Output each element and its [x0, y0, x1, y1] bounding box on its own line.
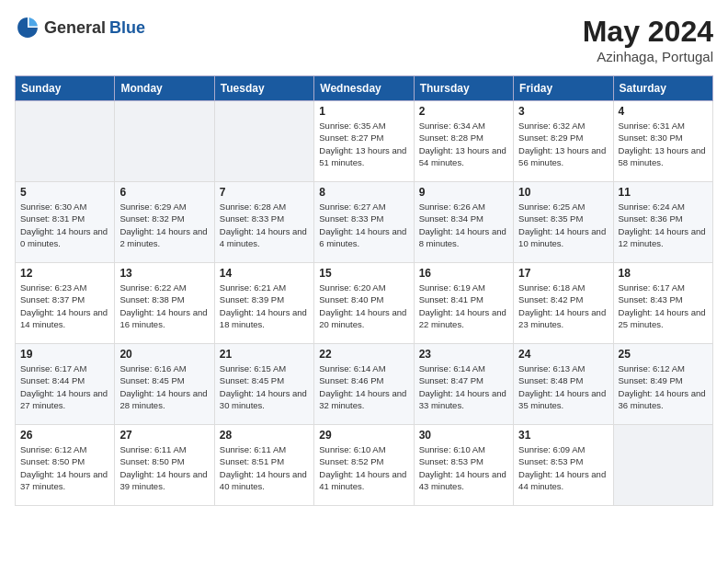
day-number: 15	[319, 267, 408, 280]
calendar-table: SundayMondayTuesdayWednesdayThursdayFrid…	[15, 75, 713, 506]
calendar-cell: 1Sunrise: 6:35 AMSunset: 8:27 PMDaylight…	[314, 101, 414, 182]
daylight-text: Daylight: 14 hours and 20 minutes.	[319, 307, 406, 329]
calendar-cell: 4Sunrise: 6:31 AMSunset: 8:30 PMDaylight…	[613, 101, 712, 182]
cell-content: Sunrise: 6:12 AMSunset: 8:49 PMDaylight:…	[619, 362, 708, 411]
day-number: 24	[518, 348, 608, 361]
week-row-1: 1Sunrise: 6:35 AMSunset: 8:27 PMDaylight…	[16, 101, 713, 182]
sunset-text: Sunset: 8:39 PM	[220, 294, 284, 304]
day-number: 10	[518, 186, 608, 199]
header-row: SundayMondayTuesdayWednesdayThursdayFrid…	[16, 76, 713, 101]
day-number: 16	[419, 267, 508, 280]
daylight-text: Daylight: 14 hours and 8 minutes.	[419, 226, 506, 248]
sunrise-text: Sunrise: 6:11 AM	[119, 444, 186, 454]
sunset-text: Sunset: 8:41 PM	[419, 294, 483, 304]
day-number: 21	[220, 348, 309, 361]
week-row-5: 26Sunrise: 6:12 AMSunset: 8:50 PMDayligh…	[16, 425, 713, 506]
sunset-text: Sunset: 8:46 PM	[319, 375, 383, 385]
sunrise-text: Sunrise: 6:13 AM	[518, 363, 585, 373]
calendar-cell: 21Sunrise: 6:15 AMSunset: 8:45 PMDayligh…	[214, 344, 313, 425]
day-number: 12	[20, 267, 109, 280]
daylight-text: Daylight: 14 hours and 43 minutes.	[419, 469, 506, 491]
sunrise-text: Sunrise: 6:25 AM	[518, 201, 585, 212]
daylight-text: Daylight: 14 hours and 25 minutes.	[619, 307, 706, 329]
sunset-text: Sunset: 8:53 PM	[419, 456, 483, 466]
sunrise-text: Sunrise: 6:22 AM	[119, 282, 186, 293]
cell-content: Sunrise: 6:22 AMSunset: 8:38 PMDaylight:…	[119, 282, 209, 330]
daylight-text: Daylight: 13 hours and 56 minutes.	[518, 145, 606, 167]
sunset-text: Sunset: 8:32 PM	[119, 213, 184, 224]
sunrise-text: Sunrise: 6:15 AM	[220, 363, 286, 373]
daylight-text: Daylight: 14 hours and 28 minutes.	[119, 388, 207, 410]
calendar-cell: 15Sunrise: 6:20 AMSunset: 8:40 PMDayligh…	[314, 263, 414, 344]
calendar-cell: 25Sunrise: 6:12 AMSunset: 8:49 PMDayligh…	[613, 344, 712, 425]
sunset-text: Sunset: 8:42 PM	[518, 294, 583, 304]
week-row-4: 19Sunrise: 6:17 AMSunset: 8:44 PMDayligh…	[16, 344, 713, 425]
daylight-text: Daylight: 14 hours and 37 minutes.	[20, 469, 108, 491]
cell-content: Sunrise: 6:13 AMSunset: 8:48 PMDaylight:…	[518, 362, 608, 411]
day-number: 20	[119, 348, 209, 361]
sunrise-text: Sunrise: 6:20 AM	[319, 282, 385, 293]
logo-icon	[15, 15, 40, 40]
sunset-text: Sunset: 8:51 PM	[220, 456, 284, 466]
cell-content: Sunrise: 6:35 AMSunset: 8:27 PMDaylight:…	[319, 120, 408, 168]
cell-content: Sunrise: 6:15 AMSunset: 8:45 PMDaylight:…	[220, 362, 309, 411]
cell-content: Sunrise: 6:21 AMSunset: 8:39 PMDaylight:…	[220, 282, 309, 330]
sunset-text: Sunset: 8:29 PM	[518, 132, 583, 143]
sunset-text: Sunset: 8:47 PM	[419, 375, 483, 385]
sunrise-text: Sunrise: 6:32 AM	[518, 121, 585, 131]
sunset-text: Sunset: 8:34 PM	[419, 213, 483, 224]
calendar-cell: 18Sunrise: 6:17 AMSunset: 8:43 PMDayligh…	[613, 263, 712, 344]
calendar-cell: 16Sunrise: 6:19 AMSunset: 8:41 PMDayligh…	[414, 263, 513, 344]
sunrise-text: Sunrise: 6:34 AM	[419, 121, 485, 131]
calendar-cell: 24Sunrise: 6:13 AMSunset: 8:48 PMDayligh…	[514, 344, 613, 425]
sunrise-text: Sunrise: 6:31 AM	[619, 121, 685, 131]
day-number: 31	[518, 429, 608, 442]
sunset-text: Sunset: 8:31 PM	[20, 213, 85, 224]
calendar-cell: 2Sunrise: 6:34 AMSunset: 8:28 PMDaylight…	[414, 101, 513, 182]
cell-content: Sunrise: 6:34 AMSunset: 8:28 PMDaylight:…	[419, 120, 508, 168]
day-number: 3	[518, 105, 608, 118]
sunrise-text: Sunrise: 6:10 AM	[319, 444, 385, 454]
day-number: 28	[220, 429, 309, 442]
day-number: 17	[518, 267, 608, 280]
sunset-text: Sunset: 8:33 PM	[220, 213, 284, 224]
sunset-text: Sunset: 8:44 PM	[20, 375, 85, 385]
day-number: 26	[20, 429, 109, 442]
sunset-text: Sunset: 8:30 PM	[619, 132, 683, 143]
sunset-text: Sunset: 8:33 PM	[319, 213, 383, 224]
daylight-text: Daylight: 13 hours and 58 minutes.	[619, 145, 706, 167]
cell-content: Sunrise: 6:17 AMSunset: 8:43 PMDaylight:…	[619, 282, 708, 330]
calendar-cell: 26Sunrise: 6:12 AMSunset: 8:50 PMDayligh…	[16, 425, 115, 506]
cell-content: Sunrise: 6:16 AMSunset: 8:45 PMDaylight:…	[119, 362, 209, 411]
sunrise-text: Sunrise: 6:24 AM	[619, 201, 685, 212]
day-number: 11	[619, 186, 708, 199]
day-number: 18	[619, 267, 708, 280]
sunrise-text: Sunrise: 6:29 AM	[119, 201, 186, 212]
col-header-wednesday: Wednesday	[314, 76, 414, 101]
sunrise-text: Sunrise: 6:11 AM	[220, 444, 286, 454]
sunset-text: Sunset: 8:52 PM	[319, 456, 383, 466]
cell-content: Sunrise: 6:19 AMSunset: 8:41 PMDaylight:…	[419, 282, 508, 330]
cell-content: Sunrise: 6:17 AMSunset: 8:44 PMDaylight:…	[20, 362, 109, 411]
daylight-text: Daylight: 14 hours and 35 minutes.	[518, 388, 606, 410]
day-number: 6	[119, 186, 209, 199]
daylight-text: Daylight: 14 hours and 36 minutes.	[619, 388, 706, 410]
week-row-3: 12Sunrise: 6:23 AMSunset: 8:37 PMDayligh…	[16, 263, 713, 344]
calendar-cell: 6Sunrise: 6:29 AMSunset: 8:32 PMDaylight…	[115, 182, 214, 263]
daylight-text: Daylight: 14 hours and 22 minutes.	[419, 307, 506, 329]
cell-content: Sunrise: 6:29 AMSunset: 8:32 PMDaylight:…	[119, 201, 209, 249]
col-header-monday: Monday	[115, 76, 214, 101]
calendar-cell: 17Sunrise: 6:18 AMSunset: 8:42 PMDayligh…	[514, 263, 613, 344]
cell-content: Sunrise: 6:32 AMSunset: 8:29 PMDaylight:…	[518, 120, 608, 168]
cell-content: Sunrise: 6:25 AMSunset: 8:35 PMDaylight:…	[518, 201, 608, 249]
logo-general-text: General	[44, 18, 106, 38]
week-row-2: 5Sunrise: 6:30 AMSunset: 8:31 PMDaylight…	[16, 182, 713, 263]
calendar-cell: 29Sunrise: 6:10 AMSunset: 8:52 PMDayligh…	[314, 425, 414, 506]
daylight-text: Daylight: 14 hours and 16 minutes.	[119, 307, 207, 329]
calendar-cell	[214, 101, 313, 182]
day-number: 19	[20, 348, 109, 361]
calendar-cell: 11Sunrise: 6:24 AMSunset: 8:36 PMDayligh…	[613, 182, 712, 263]
cell-content: Sunrise: 6:18 AMSunset: 8:42 PMDaylight:…	[518, 282, 608, 330]
sunrise-text: Sunrise: 6:35 AM	[319, 121, 385, 131]
calendar-cell: 27Sunrise: 6:11 AMSunset: 8:50 PMDayligh…	[115, 425, 214, 506]
